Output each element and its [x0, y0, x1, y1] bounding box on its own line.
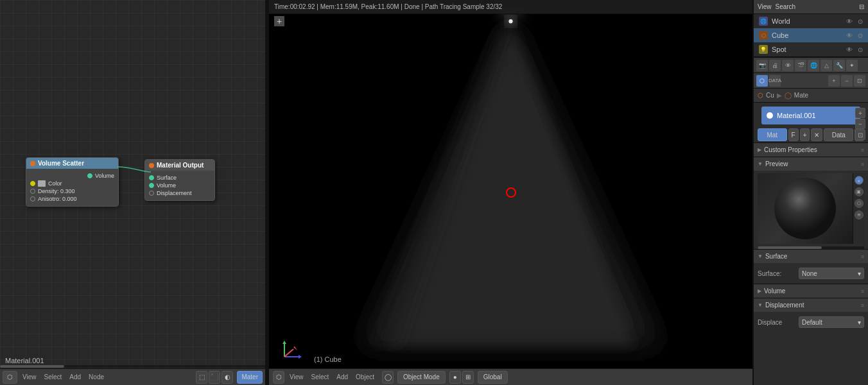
socket-row-aniso: Anisotro: 0.000	[30, 196, 114, 202]
vp-tb-icon2[interactable]: ◯	[382, 371, 394, 384]
props-tab-material[interactable]: ⬡	[756, 75, 768, 87]
vp-add-label[interactable]: Add	[334, 373, 351, 381]
vp-object-label[interactable]: Object	[353, 373, 377, 381]
surface-section-header[interactable]: ▼ Surface ≡	[754, 249, 868, 263]
spot-label: Spot	[772, 46, 786, 53]
breadcrumb-obj[interactable]: Cu	[766, 92, 774, 99]
volume-section-header[interactable]: ▶ Volume ≡	[754, 284, 868, 298]
vp-select-label[interactable]: Select	[309, 373, 332, 381]
displace-dropdown[interactable]: Default ▾	[799, 316, 864, 328]
node-view-label[interactable]: View	[20, 373, 39, 381]
preview-cube-btn[interactable]: ⬡	[855, 199, 864, 208]
material-selector[interactable]: Material.001	[761, 107, 860, 124]
vp-mode-btn[interactable]: Object Mode	[397, 371, 446, 384]
props-tab-output[interactable]: 🖨	[769, 60, 781, 71]
cube-label: Cube	[772, 31, 788, 39]
node-node-label[interactable]: Node	[86, 373, 107, 381]
x-tab[interactable]: ✕	[811, 128, 822, 141]
cube-render-icon[interactable]: ⊙	[858, 32, 863, 39]
vp-coord-btn[interactable]: Global	[478, 371, 508, 384]
material-sub-btn[interactable]: −	[855, 119, 865, 129]
props-extra-2[interactable]: −	[841, 75, 853, 87]
viewport-add-btn[interactable]: +	[274, 16, 284, 26]
props-tab-render[interactable]: 📷	[756, 60, 768, 71]
outliner-item-spot[interactable]: 💡 Spot 👁 ⊙	[754, 42, 868, 56]
props-tab-scene[interactable]: 🎬	[795, 60, 806, 71]
socket-density	[30, 189, 35, 194]
data-tab[interactable]: Data	[824, 128, 853, 141]
spot-visibility-icon[interactable]: 👁	[846, 46, 853, 53]
vp-tb-icon1[interactable]: ⬡	[273, 371, 284, 384]
node-tb-icon1[interactable]: ⬚	[196, 371, 207, 384]
socket-color	[30, 181, 35, 186]
preview-menu-icon[interactable]: ≡	[861, 161, 864, 167]
f-tab[interactable]: F	[788, 128, 799, 141]
volume-scatter-node[interactable]: Volume Scatter Volume Color Density: 0.	[26, 157, 119, 207]
displacement-content: Displace Default ▾	[754, 312, 868, 332]
plus-tab[interactable]: +	[800, 128, 810, 141]
vp-view-label[interactable]: View	[287, 373, 306, 381]
material-menu-btn[interactable]: ⊡	[855, 130, 865, 140]
surface-value: None	[802, 270, 817, 277]
socket-row-density: Density: 0.300	[30, 188, 114, 194]
preview-sphere-btn[interactable]: ●	[855, 176, 864, 185]
props-extra-1[interactable]: +	[828, 75, 840, 87]
preview-flat-btn[interactable]: ▣	[855, 187, 864, 196]
material-selector-container: Material.001 + − ⊡	[758, 107, 864, 124]
outliner-item-world[interactable]: 🌐 World 👁 ⊙	[754, 14, 868, 28]
displacement-prop-row: Displace Default ▾	[758, 316, 864, 328]
outliner-search-label[interactable]: Search	[776, 3, 796, 10]
socket-volume-out	[87, 173, 92, 178]
material-output-node[interactable]: Material Output Surface Volume Displacem…	[144, 159, 215, 201]
vp-sphere-icon[interactable]: ●	[449, 371, 461, 384]
viewport-panel[interactable]: Time:00:02.92 | Mem:11.59M, Peak:11.60M …	[269, 0, 752, 385]
world-render-icon[interactable]: ⊙	[858, 18, 863, 25]
world-visibility-icon[interactable]: 👁	[846, 18, 853, 25]
surface-dropdown[interactable]: None ▾	[799, 268, 864, 279]
outliner-view-label[interactable]: View	[758, 3, 772, 10]
props-tab-particles[interactable]: ✦	[846, 60, 858, 71]
node-editor-status: Material.001	[5, 357, 44, 364]
node-select-label[interactable]: Select	[42, 373, 65, 381]
props-tab-world[interactable]: 🌐	[808, 60, 819, 71]
custom-properties-section[interactable]: ▶ Custom Properties ≡	[754, 142, 868, 157]
mat-tab[interactable]: Mat	[758, 128, 787, 141]
node-tb-icon3[interactable]: ◐	[221, 371, 233, 384]
node-add-label[interactable]: Add	[67, 373, 83, 381]
volume-menu-icon[interactable]: ≡	[861, 288, 864, 295]
vp-wire-icon[interactable]: ⊞	[462, 371, 474, 384]
breadcrumb-mat-icon: ◯	[785, 92, 792, 99]
props-tab-view[interactable]: 👁	[782, 60, 794, 71]
preview-arrow: ▼	[758, 161, 763, 167]
right-panel-inner: View Search ⊟ 🌐 World 👁 ⊙ ⬡ Cube	[754, 0, 868, 385]
socket-aniso	[30, 196, 35, 201]
viewport-toolbar: ⬡ View Select Add Object ◯ Object Mode ●…	[269, 368, 752, 385]
node-editor-toolbar: ⬡ View Select Add Node ⬚ ⬛ ◐ Mater	[0, 368, 265, 385]
outliner-filter-icon[interactable]: ⊟	[859, 3, 864, 10]
spot-render-icon[interactable]: ⊙	[858, 46, 863, 53]
props-extra-3[interactable]: ⊡	[854, 75, 865, 87]
material-label-btn[interactable]: Mater	[237, 371, 263, 384]
custom-props-menu-icon[interactable]: ≡	[861, 147, 864, 153]
node-editor-canvas[interactable]: Volume Scatter Volume Color Density: 0.	[0, 0, 265, 385]
displacement-menu-icon[interactable]: ≡	[861, 302, 864, 309]
color-swatch	[38, 180, 46, 187]
preview-hair-btn[interactable]: ≋	[855, 210, 864, 219]
node-scrollbar[interactable]	[0, 365, 265, 368]
props-tab-object[interactable]: △	[820, 60, 832, 71]
socket-displacement-in	[149, 191, 154, 196]
props-tab-data[interactable]: DATA	[769, 75, 781, 87]
outliner-item-cube[interactable]: ⬡ Cube 👁 ⊙	[754, 28, 868, 42]
surface-menu-icon[interactable]: ≡	[861, 253, 864, 260]
displacement-section-header[interactable]: ▼ Displacement ≡	[754, 298, 868, 312]
surface-prop-label: Surface:	[758, 270, 796, 277]
material-add-btn[interactable]: +	[855, 108, 865, 118]
displace-prop-label: Displace	[758, 319, 796, 326]
material-side-btns: + − ⊡	[855, 108, 865, 140]
node-editor-mode-btn[interactable]: ⬡	[3, 371, 17, 384]
node-tb-icon2[interactable]: ⬛	[209, 371, 220, 384]
breadcrumb-mat[interactable]: Mate	[794, 92, 808, 99]
preview-section-header[interactable]: ▼ Preview ≡	[754, 157, 868, 171]
props-tab-modifier[interactable]: 🔧	[833, 60, 845, 71]
cube-visibility-icon[interactable]: 👁	[846, 32, 853, 39]
